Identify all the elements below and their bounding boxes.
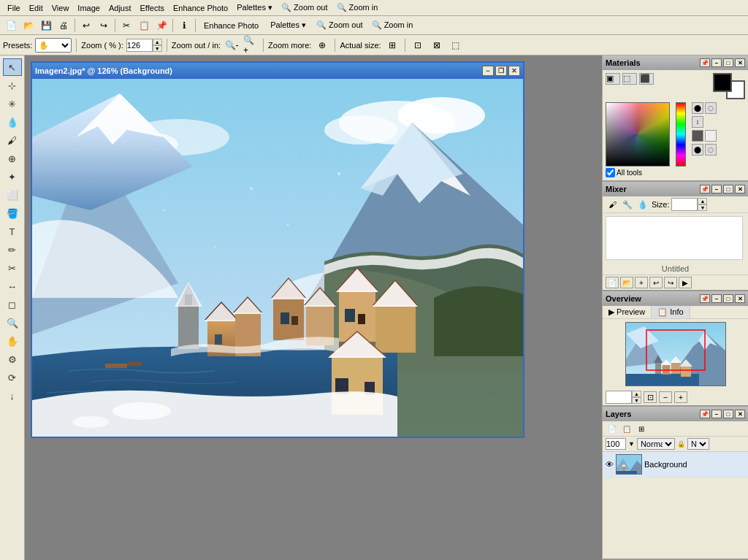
overview-zoom-in-btn[interactable]: + [674, 391, 687, 403]
layers-close[interactable]: ✕ [735, 410, 745, 418]
tool-pan[interactable]: ✋ [3, 332, 22, 350]
tb-print[interactable]: 🖨 [56, 18, 72, 34]
tb-new[interactable]: 📄 [3, 18, 19, 34]
tool-warp[interactable]: ⟳ [3, 369, 22, 386]
zoom-out-btn[interactable]: 🔍- [224, 37, 240, 53]
win-minimize[interactable]: − [482, 66, 494, 76]
mixer-pick-tool[interactable]: 💧 [636, 199, 649, 210]
materials-max[interactable]: □ [723, 58, 733, 67]
overview-tab-preview[interactable]: ▶ Preview [603, 306, 652, 318]
zoom-down[interactable]: ▼ [153, 45, 162, 52]
overview-max[interactable]: □ [723, 294, 733, 303]
menu-effects[interactable]: Effects [136, 2, 169, 14]
mixer-knife-tool[interactable]: 🔧 [621, 199, 634, 210]
menu-enhance-photo[interactable]: Enhance Photo [169, 2, 232, 14]
mixer-min[interactable]: − [711, 185, 722, 193]
mat-ctrl-2[interactable]: ◌ [705, 102, 717, 114]
mixer-pin[interactable]: 📌 [700, 185, 710, 193]
win-close[interactable]: ✕ [508, 66, 520, 76]
tb-undo[interactable]: ↩ [78, 18, 94, 34]
mixer-max[interactable]: □ [723, 185, 733, 193]
overview-zoom-input[interactable]: 126 [606, 391, 632, 404]
mixer-add[interactable]: + [635, 277, 648, 288]
tool-retouch[interactable]: ✦ [3, 168, 22, 185]
menu-view[interactable]: View [47, 2, 74, 14]
mat-icon-1[interactable]: ▣ [606, 73, 620, 85]
mixer-size-up[interactable]: ▲ [698, 198, 707, 204]
zoom-more-btn[interactable]: ⊕ [314, 37, 330, 53]
menu-zoom-in[interactable]: 🔍 Zoom in [332, 1, 383, 14]
tb-palettes[interactable]: Palettes ▾ [265, 18, 311, 34]
tb-cut[interactable]: ✂ [118, 18, 134, 34]
mixer-size-input[interactable]: 20 [671, 198, 698, 211]
overview-zoom-fit[interactable]: ⊡ [644, 391, 657, 403]
tool-dropper[interactable]: 💧 [3, 113, 22, 131]
tool-magic-wand[interactable]: ✳ [3, 95, 22, 112]
tool-arrow[interactable]: ↓ [3, 387, 22, 404]
tool-select[interactable]: ↖ [3, 58, 22, 76]
overview-zoom-out-btn[interactable]: − [659, 391, 672, 403]
tool-eraser[interactable]: ⬜ [3, 186, 22, 204]
layers-lock-icon[interactable]: 🔒 [677, 440, 685, 448]
menu-image[interactable]: Image [73, 2, 104, 14]
tb-copy[interactable]: 📋 [136, 18, 152, 34]
color-gradient[interactable] [606, 102, 670, 166]
overview-min[interactable]: − [711, 294, 722, 303]
mat-ctrl-1[interactable]: ⬤ [692, 102, 703, 114]
overview-tab-info[interactable]: 📋 Info [652, 306, 690, 318]
materials-pin[interactable]: 📌 [700, 58, 710, 67]
mixer-undo[interactable]: ↩ [649, 277, 663, 288]
zoom-up[interactable]: ▲ [153, 39, 162, 45]
menu-file[interactable]: File [3, 2, 25, 14]
menu-zoom-out[interactable]: 🔍 Zoom out [277, 1, 332, 14]
overview-close[interactable]: ✕ [735, 294, 745, 303]
layers-group-btn[interactable]: ⊞ [635, 423, 648, 434]
overview-thumbnail[interactable] [625, 322, 726, 386]
mixer-canvas[interactable] [606, 216, 743, 260]
mixer-arrow[interactable]: ▶ [679, 277, 692, 288]
mixer-size-down[interactable]: ▼ [698, 204, 707, 211]
layers-copy-btn[interactable]: 📋 [620, 423, 633, 434]
layers-blend-select[interactable]: Normal Multiply Screen [637, 438, 675, 450]
mixer-redo[interactable]: ↪ [664, 277, 677, 288]
tool-text[interactable]: T [3, 223, 22, 240]
view-full-btn[interactable]: ⬚ [448, 37, 464, 53]
tool-color-replace[interactable]: ⚙ [3, 350, 22, 368]
tool-straighten[interactable]: ↔ [3, 277, 22, 295]
mixer-close[interactable]: ✕ [735, 185, 745, 193]
tool-clone[interactable]: ⊕ [3, 150, 22, 167]
tool-zoom[interactable]: 🔍 [3, 314, 22, 331]
layers-pin[interactable]: 📌 [700, 410, 710, 418]
layers-max[interactable]: □ [723, 410, 733, 418]
layers-opacity-input[interactable]: 100 [606, 438, 626, 450]
overview-zoom-up[interactable]: ▲ [632, 391, 641, 397]
materials-close[interactable]: ✕ [735, 58, 745, 67]
mat-white-bg[interactable] [705, 130, 717, 142]
layer-visibility[interactable]: 👁 [606, 460, 614, 469]
overview-pin[interactable]: 📌 [700, 294, 710, 303]
overview-zoom-down[interactable]: ▼ [632, 397, 641, 404]
tb-zoom-in[interactable]: 🔍 Zoom in [368, 18, 417, 34]
mat-black-fg[interactable] [692, 130, 703, 142]
actual-size-btn[interactable]: ⊞ [384, 37, 400, 53]
zoom-in-btn[interactable]: 🔍+ [243, 37, 259, 53]
fit-window-btn[interactable]: ⊡ [410, 37, 426, 53]
layers-min[interactable]: − [711, 410, 722, 418]
fg-swatch[interactable] [713, 73, 732, 92]
tb-info[interactable]: ℹ [176, 18, 192, 34]
mat-icon-2[interactable]: ⬚ [622, 73, 637, 85]
all-tools-checkbox[interactable] [606, 168, 615, 177]
mat-ctrl-6[interactable]: ◌ [705, 144, 717, 156]
tool-perspective[interactable]: ◻ [3, 296, 22, 313]
tool-crop[interactable]: ✂ [3, 259, 22, 277]
tool-brush[interactable]: 🖌 [3, 131, 22, 149]
tb-open[interactable]: 📂 [20, 18, 37, 34]
zoom-input[interactable]: 126 [126, 39, 153, 52]
fit-image-btn[interactable]: ⊠ [429, 37, 445, 53]
presets-select[interactable]: ✋ [35, 38, 72, 53]
tb-enhance[interactable]: Enhance Photo [199, 18, 264, 34]
tool-vector[interactable]: ✏ [3, 241, 22, 258]
win-restore[interactable]: ❐ [495, 66, 507, 76]
tb-redo[interactable]: ↪ [96, 18, 112, 34]
mixer-new[interactable]: 📄 [606, 277, 619, 288]
